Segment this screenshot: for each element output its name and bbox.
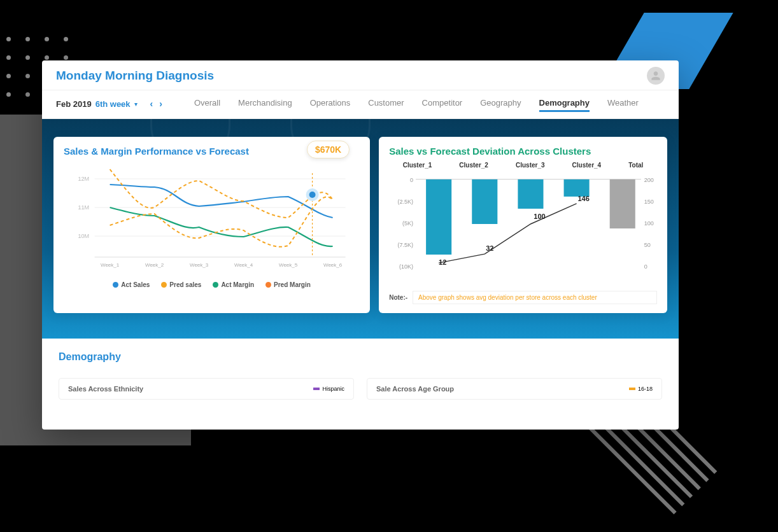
sub-card-title: Sale Across Age Group: [376, 385, 454, 393]
svg-rect-30: [564, 179, 590, 197]
tab-weather[interactable]: Weather: [607, 95, 639, 112]
cluster-headers: Cluster_1 Cluster_2 Cluster_3 Cluster_4 …: [389, 162, 657, 169]
svg-text:Week_4: Week_4: [234, 262, 253, 268]
prev-week-button[interactable]: ‹: [149, 99, 155, 109]
svg-rect-28: [472, 179, 497, 224]
svg-text:200: 200: [644, 177, 654, 183]
card-sales-forecast: Sales & Margin Performance vs Forecast $…: [53, 137, 370, 313]
svg-rect-31: [610, 179, 635, 228]
svg-text:Week_1: Week_1: [101, 262, 120, 268]
tab-customer[interactable]: Customer: [368, 95, 404, 112]
note-row: Note:- Above graph shows avg deviation p…: [389, 291, 657, 304]
date-picker[interactable]: Feb 2019 6th week ▾ ‹ ›: [56, 99, 164, 109]
card-deviation: Sales vs Forecast Deviation Across Clust…: [379, 137, 667, 313]
legend-pred-sales: Pred sales: [161, 281, 201, 288]
svg-text:0: 0: [410, 177, 413, 183]
next-week-button[interactable]: ›: [158, 99, 164, 109]
swatch-icon: [629, 388, 635, 390]
legend-act-margin: Act Margin: [213, 281, 254, 288]
note-label: Note:-: [389, 294, 407, 301]
svg-text:(5K): (5K): [402, 220, 413, 227]
mini-legend: 16-18: [629, 386, 653, 392]
app-window: Monday Morning Diagnosis Feb 2019 6th we…: [42, 60, 679, 430]
svg-rect-29: [518, 179, 544, 209]
swatch-icon: [313, 388, 320, 390]
bar-chart: 0 (2.5K) (5K) (7.5K) (10K) 200 150 100 5…: [389, 170, 657, 284]
nav-bar: Feb 2019 6th week ▾ ‹ › Overall Merchand…: [42, 90, 679, 119]
tab-operations[interactable]: Operations: [310, 95, 351, 112]
svg-text:100: 100: [644, 220, 654, 227]
svg-text:12M: 12M: [78, 176, 90, 182]
sub-card-title: Sales Across Ethnicity: [68, 385, 143, 393]
svg-text:(2.5K): (2.5K): [398, 199, 414, 205]
svg-text:100: 100: [534, 213, 545, 220]
svg-text:50: 50: [644, 242, 651, 248]
callout-value: $670K: [307, 141, 350, 158]
tab-merchandising[interactable]: Merchandising: [238, 95, 292, 112]
avatar[interactable]: [647, 67, 665, 85]
svg-text:0: 0: [644, 263, 647, 270]
line-chart: 12M 11M 10M Week_1 Week_2 Week_3 Week_4 …: [64, 162, 360, 276]
hero-band: Sales & Margin Performance vs Forecast $…: [42, 119, 679, 339]
svg-text:146: 146: [578, 195, 590, 202]
svg-text:32: 32: [486, 244, 493, 252]
svg-point-15: [309, 192, 316, 198]
card-sales-age-group[interactable]: Sale Across Age Group 16-18: [367, 378, 662, 400]
legend-act-sales: Act Sales: [113, 281, 150, 288]
svg-text:10M: 10M: [78, 233, 90, 239]
date-month: Feb 2019: [56, 99, 92, 109]
tab-demography[interactable]: Demography: [539, 95, 590, 112]
svg-rect-27: [426, 179, 451, 255]
legend-pred-margin: Pred Margin: [265, 281, 311, 288]
svg-text:(10K): (10K): [399, 263, 413, 270]
demography-section: Demography Sales Across Ethnicity Hispan…: [42, 339, 679, 412]
mini-legend: Hispanic: [313, 386, 344, 392]
date-week: 6th week: [95, 99, 131, 109]
svg-text:150: 150: [644, 199, 654, 205]
svg-text:Week_5: Week_5: [279, 262, 298, 268]
user-icon: [649, 69, 662, 82]
legend: Act Sales Pred sales Act Margin Pred Mar…: [64, 281, 360, 288]
tab-geography[interactable]: Geography: [480, 95, 521, 112]
svg-text:Week_6: Week_6: [323, 262, 343, 268]
tab-competitor[interactable]: Competitor: [422, 95, 463, 112]
svg-text:(7.5K): (7.5K): [398, 242, 414, 248]
svg-text:12: 12: [439, 258, 446, 266]
card-sales-ethnicity[interactable]: Sales Across Ethnicity Hispanic: [59, 378, 354, 400]
svg-text:Week_2: Week_2: [145, 262, 164, 268]
svg-text:11M: 11M: [78, 204, 90, 211]
nav-tabs: Overall Merchandising Operations Custome…: [194, 95, 639, 112]
section-heading: Demography: [59, 351, 662, 363]
title-bar: Monday Morning Diagnosis: [42, 60, 679, 90]
note-text: Above graph shows avg deviation per stor…: [413, 291, 657, 304]
card-title: Sales vs Forecast Deviation Across Clust…: [389, 146, 657, 157]
svg-text:Week_3: Week_3: [190, 262, 209, 268]
page-title: Monday Morning Diagnosis: [56, 69, 214, 83]
chevron-down-icon[interactable]: ▾: [134, 101, 138, 108]
tab-overall[interactable]: Overall: [194, 95, 220, 112]
card-title: Sales & Margin Performance vs Forecast: [64, 146, 360, 157]
